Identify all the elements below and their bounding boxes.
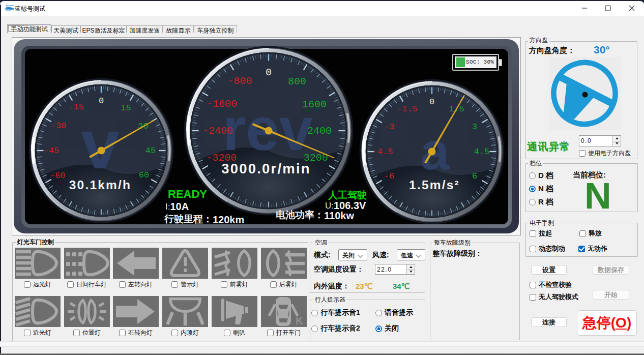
- svg-text:-3: -3: [384, 122, 394, 132]
- svg-text:K: K: [296, 314, 303, 327]
- svg-text:45: 45: [145, 146, 156, 156]
- svg-text:-1600: -1600: [207, 98, 237, 110]
- svg-text:-60: -60: [50, 171, 66, 181]
- svg-text:1600: 1600: [302, 99, 327, 110]
- svg-text:v: v: [81, 106, 119, 183]
- svg-text:3000.0r/min: 3000.0r/min: [221, 161, 311, 176]
- svg-text:60: 60: [139, 170, 149, 180]
- svg-text:-800: -800: [227, 75, 252, 87]
- svg-text:-30: -30: [51, 121, 67, 131]
- svg-text:-4.5: -4.5: [372, 147, 393, 157]
- svg-text:30.1km/h: 30.1km/h: [69, 178, 131, 192]
- svg-text:15: 15: [121, 103, 131, 113]
- svg-text:-2400: -2400: [202, 125, 233, 137]
- svg-text:-6: -6: [384, 171, 394, 181]
- svg-text:0: 0: [99, 96, 104, 106]
- svg-text:6: 6: [472, 171, 477, 181]
- svg-text:-45: -45: [44, 146, 60, 156]
- svg-text:0: 0: [266, 67, 272, 78]
- svg-text:-15: -15: [68, 102, 84, 112]
- svg-text:800: 800: [288, 76, 306, 87]
- svg-text:1.5m/s²: 1.5m/s²: [409, 178, 460, 192]
- svg-text:-1.5: -1.5: [397, 104, 418, 114]
- svg-text:3: 3: [472, 122, 477, 132]
- svg-text:2400: 2400: [307, 125, 332, 137]
- svg-text:0: 0: [429, 97, 434, 107]
- svg-text:4.5: 4.5: [474, 147, 490, 157]
